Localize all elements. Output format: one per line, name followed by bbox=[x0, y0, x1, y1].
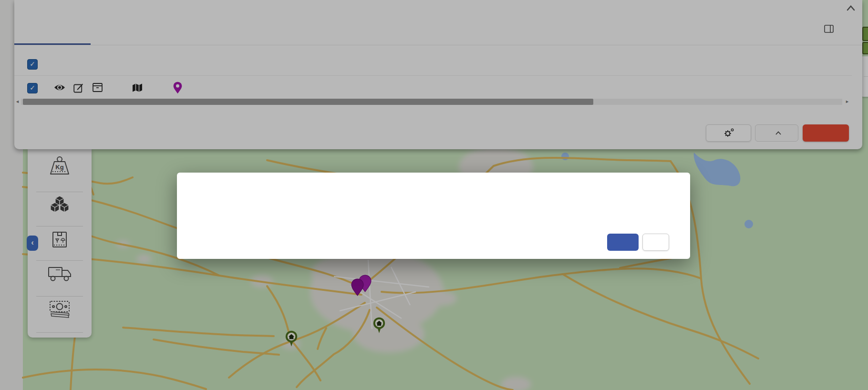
nao-button[interactable] bbox=[642, 234, 669, 251]
app-stage: Kg bbox=[0, 0, 868, 390]
sim-button[interactable] bbox=[607, 234, 639, 251]
confirmation-dialog bbox=[177, 173, 690, 259]
